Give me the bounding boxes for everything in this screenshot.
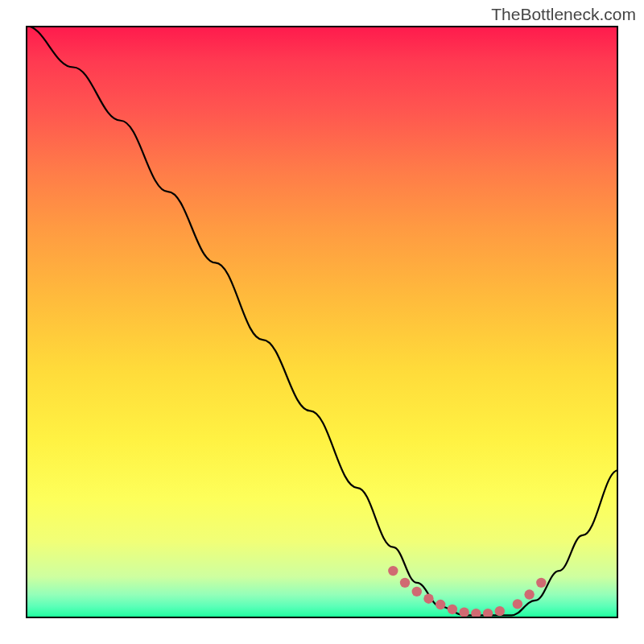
highlight-dots-group [388, 566, 546, 618]
highlight-dot [412, 587, 422, 597]
highlight-dot [513, 599, 522, 609]
highlight-dot [448, 605, 457, 614]
highlight-dot [388, 566, 398, 576]
highlight-dot [400, 578, 410, 588]
highlight-dot [423, 594, 433, 604]
chart-svg [26, 26, 618, 618]
highlight-dot [524, 589, 534, 599]
chart-container: TheBottleneck.com [0, 0, 644, 644]
highlight-dot [495, 606, 505, 616]
main-curve-line [26, 26, 618, 615]
watermark-text: TheBottleneck.com [491, 5, 636, 24]
highlight-dot [471, 609, 481, 618]
plot-area [26, 26, 618, 618]
highlight-dot [483, 609, 493, 618]
highlight-dot [436, 600, 445, 609]
highlight-dot [536, 578, 546, 588]
highlight-dot [459, 607, 469, 617]
